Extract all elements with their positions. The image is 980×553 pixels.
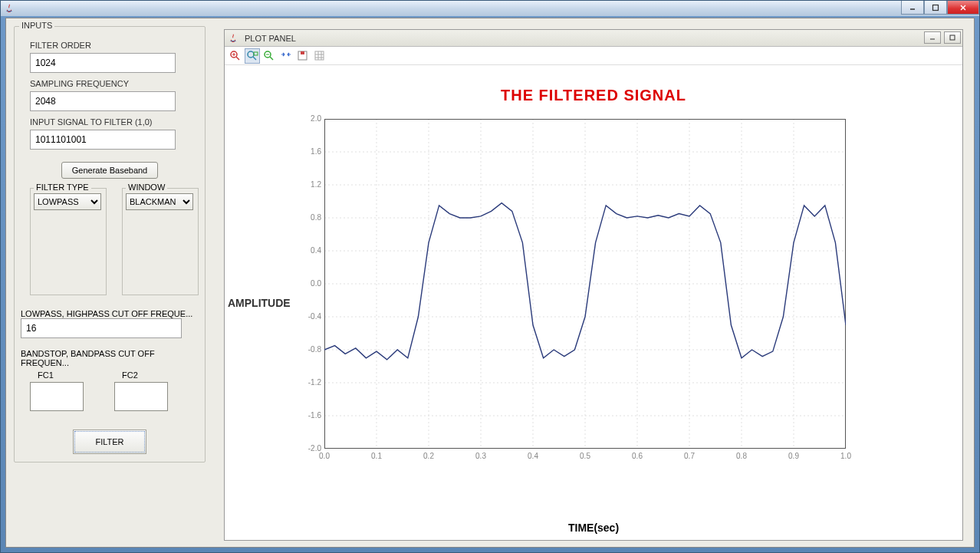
plot-panel-container: PLOT PANEL THE FILTERED SIGNAL bbox=[213, 18, 974, 547]
sampling-freq-input[interactable] bbox=[30, 91, 176, 111]
svg-line-7 bbox=[236, 57, 239, 60]
svg-rect-5 bbox=[950, 35, 955, 40]
minimize-button[interactable] bbox=[901, 1, 924, 15]
plot-internal-frame: PLOT PANEL THE FILTERED SIGNAL bbox=[224, 29, 963, 541]
input-signal-label: INPUT SIGNAL TO FILTER (1,0) bbox=[30, 117, 199, 127]
save-icon[interactable] bbox=[295, 48, 311, 64]
plot-maximize-button[interactable] bbox=[944, 31, 961, 44]
inputs-fieldset: INPUTS FILTER ORDER SAMPLING FREQUENCY I… bbox=[14, 26, 206, 462]
cutoff-freq-input[interactable] bbox=[21, 318, 182, 338]
app-window: INPUTS FILTER ORDER SAMPLING FREQUENCY I… bbox=[0, 0, 980, 553]
chart-plot bbox=[324, 119, 846, 449]
filter-type-label: FILTER TYPE bbox=[34, 183, 91, 192]
plot-titlebar[interactable]: PLOT PANEL bbox=[225, 30, 962, 47]
input-signal-input[interactable] bbox=[30, 130, 176, 150]
cutoff-freq-label: LOWPASS, HIGHPASS CUT OFF FREQUE... bbox=[21, 309, 199, 318]
svg-rect-18 bbox=[315, 51, 324, 60]
window-group: WINDOW BLACKMAN bbox=[122, 188, 199, 295]
svg-rect-12 bbox=[254, 52, 258, 55]
zoom-box-icon[interactable] bbox=[245, 48, 260, 64]
chart-svg bbox=[324, 119, 846, 449]
fc2-label: FC2 bbox=[122, 370, 168, 380]
svg-point-10 bbox=[248, 51, 254, 58]
window-select[interactable]: BLACKMAN bbox=[126, 193, 193, 210]
svg-line-11 bbox=[253, 57, 256, 60]
svg-line-14 bbox=[270, 57, 273, 60]
maximize-button[interactable] bbox=[924, 1, 947, 15]
bandstop-freq-label: BANDSTOP, BANDPASS CUT OFF FREQUEN... bbox=[21, 349, 199, 367]
fc2-input[interactable] bbox=[114, 382, 168, 411]
java-icon bbox=[228, 33, 238, 44]
app-body: INPUTS FILTER ORDER SAMPLING FREQUENCY I… bbox=[5, 18, 975, 548]
chart-area: THE FILTERED SIGNAL AMPLITUDE TIME(sec) … bbox=[225, 65, 962, 540]
fc1-input[interactable] bbox=[30, 382, 84, 411]
generate-baseband-button[interactable]: Generate Baseband bbox=[61, 162, 158, 179]
inputs-panel-title: INPUTS bbox=[19, 21, 54, 30]
inputs-panel: INPUTS FILTER ORDER SAMPLING FREQUENCY I… bbox=[6, 18, 213, 547]
plot-toolbar bbox=[225, 47, 962, 65]
chart-ylabel: AMPLITUDE bbox=[228, 297, 291, 309]
fit-icon[interactable] bbox=[278, 48, 294, 64]
filter-order-input[interactable] bbox=[30, 53, 176, 73]
close-button[interactable] bbox=[947, 1, 979, 15]
svg-rect-17 bbox=[301, 51, 304, 54]
zoom-out-icon[interactable] bbox=[261, 48, 277, 64]
plot-minimize-button[interactable] bbox=[924, 31, 941, 44]
window-label: WINDOW bbox=[126, 183, 167, 192]
chart-xlabel: TIME(sec) bbox=[225, 522, 962, 534]
filter-type-select[interactable]: LOWPASS bbox=[34, 193, 101, 210]
chart-title: THE FILTERED SIGNAL bbox=[225, 87, 962, 104]
zoom-in-icon[interactable] bbox=[228, 48, 243, 64]
filter-order-label: FILTER ORDER bbox=[30, 41, 199, 50]
java-icon bbox=[4, 3, 15, 14]
chart-yticks: -2.0-1.6-1.2-0.8-0.40.00.40.81.21.62.0 bbox=[298, 119, 321, 449]
fc1-label: FC1 bbox=[38, 370, 84, 380]
titlebar[interactable] bbox=[1, 1, 979, 16]
sampling-freq-label: SAMPLING FREQUENCY bbox=[30, 79, 199, 88]
filter-type-group: FILTER TYPE LOWPASS bbox=[30, 188, 107, 295]
svg-rect-1 bbox=[933, 5, 939, 10]
grid-icon[interactable] bbox=[312, 48, 327, 64]
chart-xticks: 0.00.10.20.30.40.50.60.70.80.91.0 bbox=[324, 452, 846, 462]
plot-window-title: PLOT PANEL bbox=[245, 34, 296, 43]
filter-button[interactable]: FILTER bbox=[73, 430, 146, 454]
